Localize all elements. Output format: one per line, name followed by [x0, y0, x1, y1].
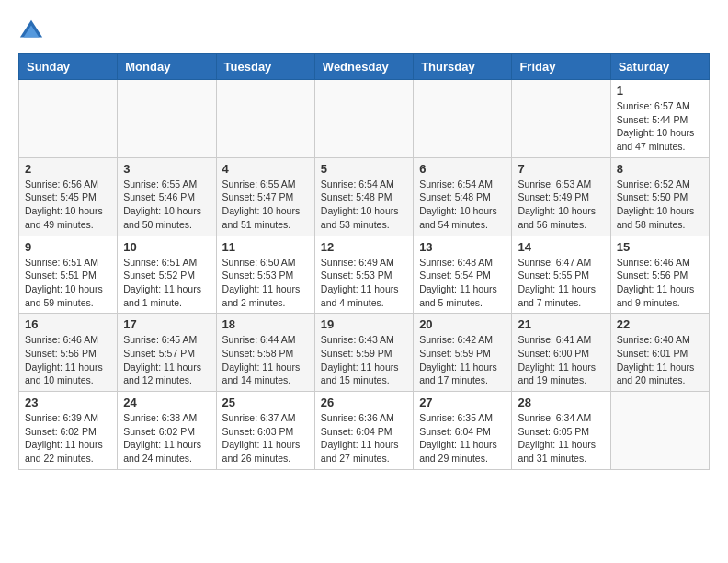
calendar-cell: [414, 80, 512, 158]
day-number: 11: [222, 240, 309, 254]
calendar-week-row: 23Sunrise: 6:39 AM Sunset: 6:02 PM Dayli…: [19, 392, 710, 470]
day-number: 10: [123, 240, 210, 254]
day-info: Sunrise: 6:53 AM Sunset: 5:49 PM Dayligh…: [518, 178, 604, 232]
calendar-week-row: 2Sunrise: 6:56 AM Sunset: 5:45 PM Daylig…: [19, 157, 710, 236]
col-header-friday: Friday: [512, 54, 610, 80]
calendar-cell: 21Sunrise: 6:41 AM Sunset: 6:00 PM Dayli…: [512, 314, 610, 392]
calendar-cell: [314, 80, 413, 158]
calendar-cell: 27Sunrise: 6:35 AM Sunset: 6:04 PM Dayli…: [414, 392, 512, 470]
calendar-cell: 22Sunrise: 6:40 AM Sunset: 6:01 PM Dayli…: [610, 314, 709, 392]
calendar-cell: 16Sunrise: 6:46 AM Sunset: 5:56 PM Dayli…: [19, 314, 118, 392]
day-number: 26: [321, 396, 407, 409]
day-info: Sunrise: 6:44 AM Sunset: 5:58 PM Dayligh…: [222, 333, 309, 387]
day-number: 23: [25, 396, 111, 409]
day-info: Sunrise: 6:56 AM Sunset: 5:45 PM Dayligh…: [25, 178, 111, 232]
calendar-cell: 2Sunrise: 6:56 AM Sunset: 5:45 PM Daylig…: [19, 157, 118, 236]
day-number: 19: [321, 317, 407, 331]
day-number: 8: [617, 162, 703, 176]
col-header-saturday: Saturday: [610, 54, 709, 80]
day-number: 22: [617, 317, 703, 331]
calendar-cell: [118, 80, 216, 158]
calendar-week-row: 9Sunrise: 6:51 AM Sunset: 5:51 PM Daylig…: [19, 236, 710, 314]
col-header-monday: Monday: [118, 54, 216, 80]
calendar-cell: 26Sunrise: 6:36 AM Sunset: 6:04 PM Dayli…: [314, 392, 413, 470]
day-info: Sunrise: 6:37 AM Sunset: 6:03 PM Dayligh…: [222, 411, 309, 465]
page-header: [18, 18, 710, 44]
day-info: Sunrise: 6:51 AM Sunset: 5:52 PM Dayligh…: [123, 256, 210, 310]
day-number: 3: [123, 162, 210, 176]
calendar-cell: 5Sunrise: 6:54 AM Sunset: 5:48 PM Daylig…: [314, 157, 413, 236]
day-number: 9: [25, 240, 111, 254]
logo-icon: [18, 18, 44, 44]
day-info: Sunrise: 6:47 AM Sunset: 5:55 PM Dayligh…: [518, 256, 604, 310]
calendar-week-row: 1Sunrise: 6:57 AM Sunset: 5:44 PM Daylig…: [19, 80, 710, 158]
day-number: 1: [617, 84, 703, 98]
day-info: Sunrise: 6:43 AM Sunset: 5:59 PM Dayligh…: [321, 333, 407, 387]
calendar-header-row: SundayMondayTuesdayWednesdayThursdayFrid…: [19, 54, 710, 80]
calendar-cell: 19Sunrise: 6:43 AM Sunset: 5:59 PM Dayli…: [314, 314, 413, 392]
day-number: 18: [222, 317, 309, 331]
day-number: 16: [25, 317, 111, 331]
day-info: Sunrise: 6:41 AM Sunset: 6:00 PM Dayligh…: [518, 333, 604, 387]
calendar-cell: 15Sunrise: 6:46 AM Sunset: 5:56 PM Dayli…: [610, 236, 709, 314]
day-number: 25: [222, 396, 309, 409]
day-number: 15: [617, 240, 703, 254]
calendar-week-row: 16Sunrise: 6:46 AM Sunset: 5:56 PM Dayli…: [19, 314, 710, 392]
col-header-sunday: Sunday: [19, 54, 118, 80]
calendar-cell: 28Sunrise: 6:34 AM Sunset: 6:05 PM Dayli…: [512, 392, 610, 470]
calendar-cell: 1Sunrise: 6:57 AM Sunset: 5:44 PM Daylig…: [610, 80, 709, 158]
day-info: Sunrise: 6:54 AM Sunset: 5:48 PM Dayligh…: [321, 178, 407, 232]
calendar-cell: 10Sunrise: 6:51 AM Sunset: 5:52 PM Dayli…: [118, 236, 216, 314]
day-number: 20: [419, 317, 506, 331]
calendar-cell: [610, 392, 709, 470]
calendar-cell: 7Sunrise: 6:53 AM Sunset: 5:49 PM Daylig…: [512, 157, 610, 236]
day-info: Sunrise: 6:49 AM Sunset: 5:53 PM Dayligh…: [321, 256, 407, 310]
day-info: Sunrise: 6:55 AM Sunset: 5:46 PM Dayligh…: [123, 178, 210, 232]
day-number: 12: [321, 240, 407, 254]
day-info: Sunrise: 6:48 AM Sunset: 5:54 PM Dayligh…: [419, 256, 506, 310]
day-number: 24: [123, 396, 210, 409]
calendar-cell: 20Sunrise: 6:42 AM Sunset: 5:59 PM Dayli…: [414, 314, 512, 392]
calendar-cell: 17Sunrise: 6:45 AM Sunset: 5:57 PM Dayli…: [118, 314, 216, 392]
day-info: Sunrise: 6:42 AM Sunset: 5:59 PM Dayligh…: [419, 333, 506, 387]
day-number: 5: [321, 162, 407, 176]
calendar-cell: 3Sunrise: 6:55 AM Sunset: 5:46 PM Daylig…: [118, 157, 216, 236]
day-number: 4: [222, 162, 309, 176]
day-info: Sunrise: 6:50 AM Sunset: 5:53 PM Dayligh…: [222, 256, 309, 310]
day-info: Sunrise: 6:38 AM Sunset: 6:02 PM Dayligh…: [123, 411, 210, 465]
calendar-cell: 4Sunrise: 6:55 AM Sunset: 5:47 PM Daylig…: [216, 157, 314, 236]
day-number: 7: [518, 162, 604, 176]
day-info: Sunrise: 6:45 AM Sunset: 5:57 PM Dayligh…: [123, 333, 210, 387]
day-info: Sunrise: 6:39 AM Sunset: 6:02 PM Dayligh…: [25, 411, 111, 465]
day-info: Sunrise: 6:35 AM Sunset: 6:04 PM Dayligh…: [419, 411, 506, 465]
calendar-cell: 9Sunrise: 6:51 AM Sunset: 5:51 PM Daylig…: [19, 236, 118, 314]
day-info: Sunrise: 6:36 AM Sunset: 6:04 PM Dayligh…: [321, 411, 407, 465]
calendar-cell: [512, 80, 610, 158]
calendar-cell: 25Sunrise: 6:37 AM Sunset: 6:03 PM Dayli…: [216, 392, 314, 470]
day-number: 17: [123, 317, 210, 331]
calendar-cell: 14Sunrise: 6:47 AM Sunset: 5:55 PM Dayli…: [512, 236, 610, 314]
calendar-cell: [19, 80, 118, 158]
day-info: Sunrise: 6:55 AM Sunset: 5:47 PM Dayligh…: [222, 178, 309, 232]
day-info: Sunrise: 6:40 AM Sunset: 6:01 PM Dayligh…: [617, 333, 703, 387]
logo: [18, 18, 48, 44]
calendar-cell: 11Sunrise: 6:50 AM Sunset: 5:53 PM Dayli…: [216, 236, 314, 314]
day-number: 2: [25, 162, 111, 176]
day-number: 6: [419, 162, 506, 176]
day-number: 13: [419, 240, 506, 254]
day-number: 14: [518, 240, 604, 254]
col-header-thursday: Thursday: [414, 54, 512, 80]
calendar-cell: 23Sunrise: 6:39 AM Sunset: 6:02 PM Dayli…: [19, 392, 118, 470]
day-number: 28: [518, 396, 604, 409]
calendar-cell: 12Sunrise: 6:49 AM Sunset: 5:53 PM Dayli…: [314, 236, 413, 314]
calendar-cell: 6Sunrise: 6:54 AM Sunset: 5:48 PM Daylig…: [414, 157, 512, 236]
calendar-cell: 24Sunrise: 6:38 AM Sunset: 6:02 PM Dayli…: [118, 392, 216, 470]
day-number: 21: [518, 317, 604, 331]
day-info: Sunrise: 6:51 AM Sunset: 5:51 PM Dayligh…: [25, 256, 111, 310]
col-header-wednesday: Wednesday: [314, 54, 413, 80]
calendar-cell: 18Sunrise: 6:44 AM Sunset: 5:58 PM Dayli…: [216, 314, 314, 392]
day-info: Sunrise: 6:46 AM Sunset: 5:56 PM Dayligh…: [617, 256, 703, 310]
day-number: 27: [419, 396, 506, 409]
calendar-cell: 13Sunrise: 6:48 AM Sunset: 5:54 PM Dayli…: [414, 236, 512, 314]
day-info: Sunrise: 6:34 AM Sunset: 6:05 PM Dayligh…: [518, 411, 604, 465]
